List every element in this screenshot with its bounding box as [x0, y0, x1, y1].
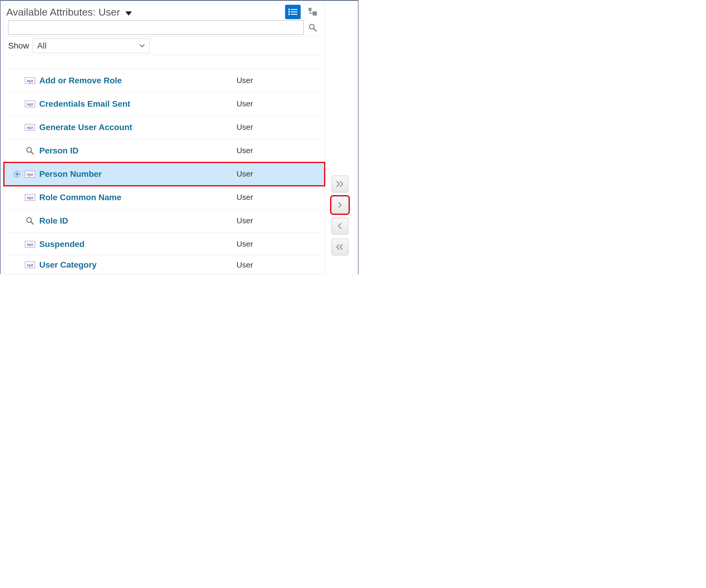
- tree-view-button[interactable]: [305, 5, 320, 19]
- panel-title-value: User: [98, 6, 120, 18]
- attribute-row[interactable]: xyzRole Common NameUser: [4, 186, 325, 209]
- remove-all-button[interactable]: [331, 239, 348, 255]
- svg-rect-6: [291, 14, 298, 15]
- svg-text:xyz: xyz: [27, 172, 33, 176]
- xyz-type-icon-wrap: xyz: [24, 77, 36, 84]
- svg-marker-0: [125, 11, 132, 15]
- svg-text:xyz: xyz: [27, 196, 33, 200]
- attribute-category: User: [237, 169, 320, 179]
- list-view-button[interactable]: [285, 5, 301, 19]
- attribute-category: User: [237, 99, 320, 109]
- magnifier-type-icon: [26, 146, 34, 155]
- attribute-category: User: [237, 146, 320, 155]
- panel-title-prefix: Available Attributes:: [6, 6, 95, 18]
- chevron-double-right-icon: [336, 181, 344, 187]
- xyz-type-icon-wrap: xyz: [24, 241, 36, 248]
- attribute-name: Role ID: [39, 216, 237, 226]
- attribute-row[interactable]: xyzAdd or Remove RoleUser: [4, 69, 325, 92]
- caret-down-icon: [125, 6, 132, 18]
- xyz-type-icon: xyz: [25, 262, 35, 268]
- view-toggle-group: [285, 5, 320, 19]
- svg-rect-4: [291, 11, 298, 12]
- attribute-row[interactable]: xyzPerson NumberUser: [4, 162, 325, 186]
- svg-line-28: [31, 222, 33, 224]
- attribute-category: User: [237, 76, 320, 85]
- svg-rect-10: [313, 11, 317, 15]
- show-select-value: All: [37, 41, 139, 51]
- attribute-name: Add or Remove Role: [39, 76, 237, 85]
- svg-text:xyz: xyz: [27, 102, 33, 107]
- attribute-name: Role Common Name: [39, 193, 237, 202]
- attribute-row[interactable]: xyzUser CategoryUser: [4, 256, 325, 274]
- list-icon: [288, 8, 298, 15]
- xyz-type-icon: xyz: [25, 124, 35, 131]
- svg-rect-5: [288, 13, 290, 15]
- available-attributes-panel: Available Attributes: User: [4, 4, 325, 274]
- svg-marker-22: [14, 171, 20, 177]
- attribute-name: Generate User Account: [39, 123, 237, 132]
- chevron-right-icon: [337, 202, 343, 208]
- attribute-row[interactable]: xyzGenerate User AccountUser: [4, 116, 325, 139]
- spacer-row: [4, 55, 325, 69]
- xyz-type-icon: xyz: [25, 241, 35, 248]
- svg-rect-7: [309, 8, 311, 11]
- panel-header: Available Attributes: User: [4, 4, 325, 20]
- attribute-category: User: [237, 123, 320, 132]
- svg-rect-3: [288, 11, 290, 12]
- attribute-list: xyzAdd or Remove RoleUserxyzCredentials …: [4, 69, 325, 274]
- attribute-row[interactable]: Role IDUser: [4, 209, 325, 233]
- svg-line-20: [31, 152, 33, 154]
- attribute-name: Suspended: [39, 240, 237, 249]
- attribute-row[interactable]: xyzSuspendedUser: [4, 233, 325, 256]
- xyz-type-icon-wrap: xyz: [24, 171, 36, 177]
- selection-marker-icon: [13, 171, 21, 178]
- row-marker: [10, 171, 24, 178]
- panel-title-dropdown[interactable]: Available Attributes: User: [6, 6, 285, 18]
- attribute-name: Person ID: [39, 146, 237, 156]
- search-button[interactable]: [305, 20, 320, 35]
- hierarchy-icon: [308, 8, 317, 16]
- add-one-button[interactable]: [331, 197, 348, 213]
- filter-label: Show: [8, 41, 29, 51]
- magnifier-type-icon: [26, 217, 34, 225]
- attribute-name: Credentials Email Sent: [39, 99, 237, 109]
- chevron-down-icon: [139, 43, 145, 48]
- svg-line-12: [314, 29, 316, 31]
- attribute-category: User: [237, 216, 320, 225]
- svg-rect-9: [310, 13, 313, 14]
- attribute-name: Person Number: [39, 169, 237, 179]
- attributes-panel-container: Available Attributes: User: [0, 0, 358, 274]
- search-row: [4, 20, 325, 37]
- show-select[interactable]: All: [33, 39, 150, 53]
- xyz-type-icon: xyz: [25, 194, 35, 201]
- svg-rect-1: [288, 9, 290, 10]
- xyz-type-icon: xyz: [25, 77, 35, 84]
- svg-rect-2: [291, 9, 298, 10]
- attribute-category: User: [237, 240, 320, 249]
- xyz-type-icon: xyz: [25, 101, 35, 107]
- filter-row: Show All: [4, 37, 325, 55]
- search-icon: [309, 24, 317, 32]
- attribute-name: User Category: [39, 260, 237, 270]
- add-all-button[interactable]: [331, 176, 348, 193]
- svg-text:xyz: xyz: [27, 242, 33, 247]
- attribute-category: User: [237, 193, 320, 202]
- attribute-category: User: [237, 260, 320, 270]
- chevron-double-left-icon: [336, 244, 344, 250]
- search-input[interactable]: [8, 20, 304, 35]
- magnifier-type-icon-wrap: [24, 217, 36, 225]
- xyz-type-icon-wrap: xyz: [24, 262, 36, 268]
- attribute-row[interactable]: xyzCredentials Email SentUser: [4, 92, 325, 116]
- xyz-type-icon-wrap: xyz: [24, 124, 36, 131]
- remove-one-button[interactable]: [331, 218, 348, 235]
- svg-text:xyz: xyz: [27, 263, 33, 267]
- xyz-type-icon: xyz: [25, 171, 35, 177]
- xyz-type-icon-wrap: xyz: [24, 194, 36, 201]
- attribute-row[interactable]: Person IDUser: [4, 139, 325, 162]
- xyz-type-icon-wrap: xyz: [24, 101, 36, 107]
- svg-text:xyz: xyz: [27, 79, 33, 83]
- shuttle-controls: [325, 157, 355, 274]
- chevron-left-icon: [337, 223, 343, 229]
- magnifier-type-icon-wrap: [24, 146, 36, 155]
- svg-text:xyz: xyz: [27, 125, 33, 130]
